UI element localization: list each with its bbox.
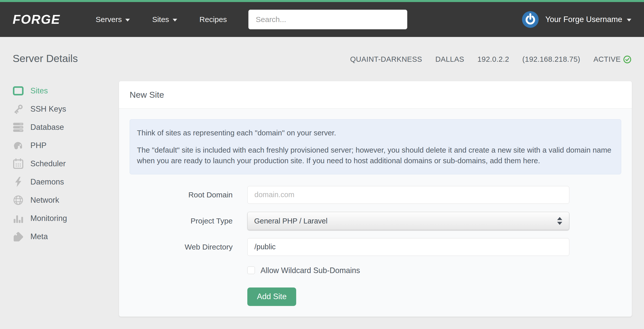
nav-item-servers-label: Servers xyxy=(96,15,122,24)
card-body: Think of sites as representing each "dom… xyxy=(119,109,632,317)
wildcard-row: Allow Wildcard Sub-Domains xyxy=(247,266,621,275)
project-type-row: Project Type General PHP / Laravel xyxy=(130,212,621,230)
tag-icon xyxy=(13,231,24,242)
top-navbar: FORGE Servers Sites Recipes xyxy=(0,2,644,37)
sidebar-item-label: Network xyxy=(30,196,59,205)
nav-item-servers[interactable]: Servers xyxy=(96,15,130,24)
card-title: New Site xyxy=(130,90,621,100)
project-type-label: Project Type xyxy=(130,217,247,225)
web-directory-row: Web Directory xyxy=(130,238,621,256)
project-type-select-wrap: General PHP / Laravel xyxy=(247,212,569,230)
lightning-icon xyxy=(13,177,24,187)
sidebar-item-label: Daemons xyxy=(30,177,64,187)
forge-app: FORGE Servers Sites Recipes xyxy=(0,0,644,329)
sidebar-item-monitoring[interactable]: Monitoring xyxy=(13,209,119,228)
server-ip: 192.0.2.2 xyxy=(477,55,509,64)
sidebar-item-label: SSH Keys xyxy=(30,105,66,114)
sidebar-item-sites[interactable]: Sites xyxy=(13,82,119,100)
server-status: ACTIVE xyxy=(593,55,631,64)
chevron-down-icon xyxy=(173,19,177,22)
sidebar-item-daemons[interactable]: Daemons xyxy=(13,173,119,191)
calendar-icon xyxy=(13,158,24,169)
brand-accent-strip xyxy=(0,0,644,2)
check-circle-icon xyxy=(623,55,631,64)
sidebar-item-label: Database xyxy=(30,123,64,132)
sidebar-item-label: Meta xyxy=(30,232,48,241)
wildcard-checkbox[interactable] xyxy=(247,266,255,274)
nav-item-recipes[interactable]: Recipes xyxy=(199,15,227,24)
sidebar-item-label: Sites xyxy=(30,86,48,95)
card-header: New Site xyxy=(119,81,632,109)
page-title: Server Details xyxy=(13,53,78,65)
database-icon xyxy=(13,122,24,132)
web-directory-input[interactable] xyxy=(247,238,569,256)
status-badge: ACTIVE xyxy=(593,55,621,64)
new-site-card: New Site Think of sites as representing … xyxy=(119,81,632,317)
server-name: QUAINT-DARKNESS xyxy=(350,55,422,64)
server-private-ip: (192.168.218.75) xyxy=(522,55,580,64)
elephant-icon xyxy=(13,140,24,151)
sidebar-item-label: PHP xyxy=(30,141,47,150)
nav-item-sites-label: Sites xyxy=(152,15,169,24)
web-directory-label: Web Directory xyxy=(130,243,247,251)
root-domain-label: Root Domain xyxy=(130,191,247,199)
bar-chart-icon xyxy=(13,213,24,223)
info-box: Think of sites as representing each "dom… xyxy=(130,119,621,174)
page-header: Server Details QUAINT-DARKNESS DALLAS 19… xyxy=(0,53,644,65)
key-icon xyxy=(13,104,24,114)
sidebar-item-label: Monitoring xyxy=(30,214,67,223)
nav-links: Servers Sites Recipes xyxy=(96,15,227,24)
info-paragraph-1: Think of sites as representing each "dom… xyxy=(137,128,614,138)
sidebar-item-meta[interactable]: Meta xyxy=(13,228,119,246)
info-paragraph-2: The "default" site is included with each… xyxy=(137,145,614,166)
main-content: Sites SSH Keys Database xyxy=(0,81,644,317)
add-site-button[interactable]: Add Site xyxy=(247,287,296,306)
root-domain-input[interactable] xyxy=(247,186,569,204)
wildcard-label: Allow Wildcard Sub-Domains xyxy=(260,266,360,275)
chevron-down-icon xyxy=(627,19,631,22)
sidebar-item-network[interactable]: Network xyxy=(13,191,119,209)
server-meta: QUAINT-DARKNESS DALLAS 192.0.2.2 (192.16… xyxy=(350,55,631,65)
search-input[interactable] xyxy=(248,10,407,29)
sidebar-item-scheduler[interactable]: Scheduler xyxy=(13,155,119,173)
nav-item-recipes-label: Recipes xyxy=(199,15,227,24)
sidebar-item-database[interactable]: Database xyxy=(13,118,119,136)
power-icon xyxy=(522,11,539,28)
browser-icon xyxy=(13,86,24,95)
nav-item-sites[interactable]: Sites xyxy=(152,15,177,24)
project-type-select[interactable]: General PHP / Laravel xyxy=(247,212,569,230)
chevron-down-icon xyxy=(125,19,130,22)
server-region: DALLAS xyxy=(435,55,464,64)
root-domain-row: Root Domain xyxy=(130,186,621,204)
search-wrap xyxy=(248,10,407,29)
globe-icon xyxy=(13,195,24,205)
sidebar-item-ssh-keys[interactable]: SSH Keys xyxy=(13,100,119,118)
user-menu[interactable]: Your Forge Username xyxy=(522,11,631,28)
sidebar: Sites SSH Keys Database xyxy=(13,81,119,246)
sidebar-item-label: Scheduler xyxy=(30,159,66,168)
sidebar-item-php[interactable]: PHP xyxy=(13,136,119,155)
username: Your Forge Username xyxy=(545,15,631,24)
forge-logo[interactable]: FORGE xyxy=(13,12,60,27)
